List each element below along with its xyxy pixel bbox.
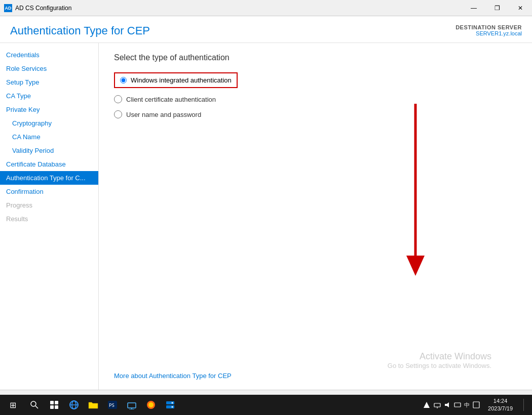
maximize-button[interactable]: ❐ <box>485 0 509 16</box>
svg-rect-23 <box>434 403 440 407</box>
taskbar-clock[interactable]: 14:24 2023/7/19 <box>484 397 517 413</box>
svg-marker-1 <box>406 256 425 276</box>
network-tray-icon <box>434 401 441 408</box>
caret-up-icon[interactable] <box>423 401 431 409</box>
title-bar-controls: — ❐ ✕ <box>462 0 532 16</box>
radio-windows-integrated[interactable] <box>120 77 127 84</box>
task-view-svg <box>50 401 59 409</box>
task-view-icon[interactable] <box>46 396 64 414</box>
sidebar-item-progress: Progress <box>0 198 98 212</box>
sidebar-item-credentials[interactable]: Credentials <box>0 48 98 62</box>
svg-line-3 <box>35 406 38 408</box>
watermark-line2: Go to Settings to activate Windows. <box>388 362 491 369</box>
app-icon: AD <box>4 4 12 12</box>
taskbar-tray: 中 <box>419 395 484 415</box>
title-bar-text: AD CS Configuration <box>15 5 71 12</box>
firefox-svg <box>146 400 156 410</box>
page-title: Authentication Type for CEP <box>10 24 150 37</box>
red-arrow-container <box>405 104 426 277</box>
svg-point-20 <box>172 402 173 404</box>
title-bar: AD AD CS Configuration — ❐ ✕ <box>0 0 532 16</box>
destination-label: DESTINATION SERVER <box>455 24 522 30</box>
red-arrow <box>405 104 426 276</box>
watermark: Activate Windows Go to Settings to activ… <box>388 351 491 369</box>
clock-time: 14:24 <box>488 397 513 405</box>
powershell-icon[interactable]: PS <box>103 396 122 414</box>
window-header: Authentication Type for CEP DESTINATION … <box>0 16 532 43</box>
svg-rect-19 <box>166 405 174 408</box>
section-title: Select the type of authentication <box>114 53 517 62</box>
main-content-area: Select the type of authentication Window… <box>99 43 532 390</box>
svg-text:PS: PS <box>109 403 115 408</box>
svg-rect-6 <box>50 405 54 409</box>
sidebar-item-setup-type[interactable]: Setup Type <box>0 75 98 89</box>
main-window: Authentication Type for CEP DESTINATION … <box>0 16 532 415</box>
svg-point-2 <box>31 401 36 406</box>
sound-icon <box>444 401 451 408</box>
sidebar-item-validity-period[interactable]: Validity Period <box>0 144 98 157</box>
radio-windows-label[interactable]: Windows integrated authentication <box>131 76 232 84</box>
folder-svg <box>88 400 98 409</box>
close-button[interactable]: ✕ <box>509 0 532 16</box>
network-svg <box>127 400 137 409</box>
sidebar-item-ca-type[interactable]: CA Type <box>0 89 98 103</box>
svg-rect-4 <box>50 401 54 404</box>
svg-rect-13 <box>128 403 136 408</box>
start-button[interactable]: ⊞ <box>0 395 25 415</box>
minimize-button[interactable]: — <box>462 0 485 16</box>
file-explorer-icon[interactable] <box>84 396 102 414</box>
radio-client-certificate[interactable] <box>114 95 122 103</box>
clock-date: 2023/7/19 <box>488 405 513 412</box>
sidebar-item-certificate-database[interactable]: Certificate Database <box>0 157 98 171</box>
help-link[interactable]: More about Authentication Type for CEP <box>114 372 232 380</box>
radio-option-userpass: User name and password <box>114 110 517 118</box>
sidebar-item-private-key[interactable]: Private Key <box>0 103 98 116</box>
firefox-icon[interactable] <box>142 396 160 414</box>
svg-rect-26 <box>454 403 461 407</box>
ie-svg <box>69 400 79 410</box>
sidebar-item-auth-type[interactable]: Authentication Type for C... <box>0 171 98 185</box>
content-area: Credentials Role Services Setup Type CA … <box>0 43 532 390</box>
radio-client-cert-label[interactable]: Client certificate authentication <box>126 96 216 103</box>
svg-rect-7 <box>55 405 58 409</box>
server-manager-icon[interactable] <box>161 396 179 414</box>
radio-userpass-label[interactable]: User name and password <box>126 111 201 118</box>
svg-marker-22 <box>424 402 430 408</box>
svg-point-21 <box>172 406 173 408</box>
sidebar-item-ca-name[interactable]: CA Name <box>0 130 98 144</box>
taskbar-items: PS <box>44 396 419 414</box>
auth-radio-group: Windows integrated authentication Client… <box>114 72 517 118</box>
svg-point-17 <box>148 402 154 407</box>
sidebar-item-results: Results <box>0 212 98 226</box>
taskbar: ⊞ <box>0 395 532 415</box>
ps-svg: PS <box>107 400 118 409</box>
svg-rect-5 <box>55 401 58 404</box>
sidebar-item-confirmation[interactable]: Confirmation <box>0 185 98 198</box>
search-button[interactable] <box>25 395 44 415</box>
ime2-icon <box>473 401 480 408</box>
svg-marker-25 <box>445 402 449 407</box>
keyboard-icon <box>454 401 461 408</box>
ie-icon[interactable] <box>65 396 83 414</box>
radio-option-client-cert: Client certificate authentication <box>114 95 517 103</box>
radio-highlighted-box: Windows integrated authentication <box>114 72 238 88</box>
radio-option-windows: Windows integrated authentication <box>114 72 517 88</box>
sidebar-item-role-services[interactable]: Role Services <box>0 62 98 75</box>
ime-label: 中 <box>464 401 470 409</box>
show-desktop-button[interactable] <box>517 395 532 415</box>
destination-server: DESTINATION SERVER SERVER1.yz.local <box>455 24 522 36</box>
sidebar: Credentials Role Services Setup Type CA … <box>0 43 99 390</box>
search-icon <box>30 401 39 409</box>
server-name: SERVER1.yz.local <box>455 30 522 36</box>
svg-rect-27 <box>473 402 479 408</box>
svg-rect-18 <box>166 401 174 404</box>
watermark-line1: Activate Windows <box>388 351 491 362</box>
radio-username-password[interactable] <box>114 110 122 118</box>
sidebar-item-cryptography[interactable]: Cryptography <box>0 116 98 130</box>
server-mgr-svg <box>165 400 175 410</box>
network-icon[interactable] <box>123 396 141 414</box>
start-icon: ⊞ <box>10 400 16 410</box>
